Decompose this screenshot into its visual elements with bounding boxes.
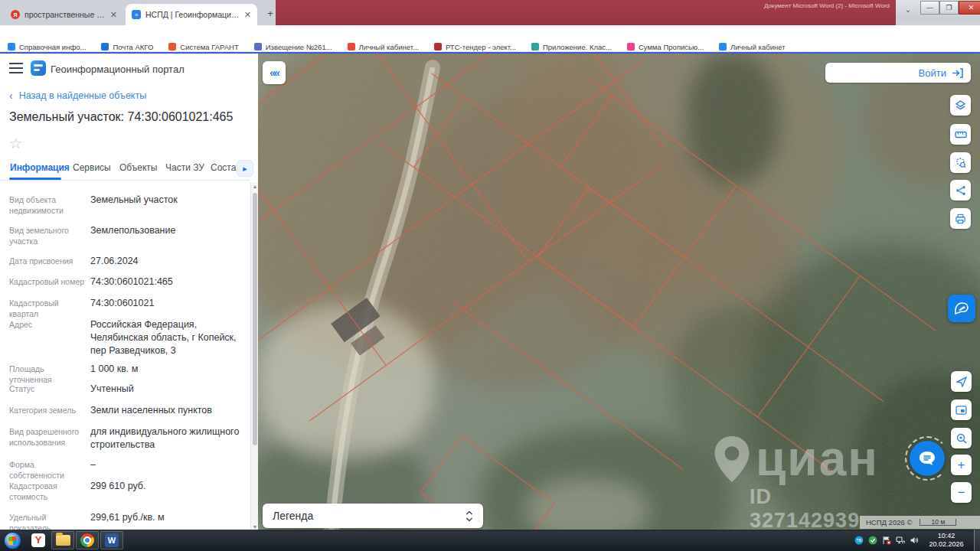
system-tray: TB 10:42 20.02.2026 [854,530,980,551]
nspd-portal: циан ID 327142939 «« Войти [0,52,980,530]
back-to-results-link[interactable]: ‹ Назад в найденные объекты [9,90,146,102]
field-label: Статус [9,383,87,394]
measure-button[interactable] [950,124,971,145]
sidebar-collapse-button[interactable]: «« [263,61,286,84]
field-value: для индивидуального жилищного строительс… [90,425,247,452]
tab-objects[interactable]: Объекты [119,162,158,173]
yandex-favicon: Я [11,10,20,19]
menu-hamburger-icon[interactable] [9,63,23,73]
bookmark-item[interactable]: Сумма Прописью... [627,43,704,51]
field-label: Кадастровая стоимость [9,481,87,502]
bookmark-item[interactable]: Извещение №261... [254,43,332,51]
tab-close-icon[interactable]: ✕ [244,10,251,20]
scrollbar-thumb[interactable] [253,193,257,445]
taskbar-yandex-browser[interactable]: Y [27,531,50,549]
field-value: Земельный участок [90,194,247,207]
field-label: Адрес [9,319,87,330]
tabs-scroll-right-button[interactable]: ▸ [237,160,253,177]
word-window-titlebar: Документ Microsoft Word (2) - Microsoft … [276,0,896,25]
windows-taskbar: Y W TB 10:42 20.02.2026 [0,530,980,551]
browser-tab-active[interactable]: ≡ НСПД | Геоинформационный п ✕ [126,4,257,25]
field-value: 299 610 руб. [90,480,247,493]
map-canvas[interactable]: циан ID 327142939 «« Войти [258,54,980,531]
sidebar-scrollbar[interactable]: ▲ ▼ [250,182,258,531]
close-button[interactable]: ✕ [959,1,980,15]
tab-parcel-parts[interactable]: Части ЗУ [165,162,204,173]
chat-button[interactable] [910,441,945,476]
bookmark-icon [348,43,355,51]
sidebar-tabs: Информация Сервисы Объекты Части ЗУ Сост… [0,162,258,181]
area-search-button[interactable] [950,152,971,173]
bookmark-item[interactable]: Личный кабинет... [348,43,419,51]
bookmark-icon [254,43,262,51]
taskbar-word[interactable]: W [100,531,123,549]
scale-bar: 10 м [920,519,956,526]
window-buttons: — ❐ ✕ [920,1,980,15]
yandex-browser-icon: Y [31,533,45,547]
field-value: 299,61 руб./кв. м [90,511,247,524]
word-window-title: Документ Microsoft Word (2) - Microsoft … [764,2,890,9]
show-desktop-button[interactable] [974,530,980,551]
zoom-in-button[interactable]: + [951,455,972,475]
new-tab-button[interactable]: + [263,7,277,21]
bookmark-item[interactable]: Справочная инфо... [8,43,86,51]
map-attribution: НСПД 2026 © 10 м [860,516,980,529]
field-value: 74:30:0601021:465 [90,276,247,289]
scroll-down-icon[interactable]: ▼ [252,524,258,530]
field-label: Категория земель [9,405,87,416]
start-button[interactable] [4,532,21,549]
tab-services[interactable]: Сервисы [73,162,111,173]
zoom-out-button[interactable]: − [951,482,972,503]
taskbar-explorer[interactable] [51,531,74,549]
tab-title: НСПД | Геоинформационный п [145,10,240,19]
bookmark-item[interactable]: Система ГАРАНТ [168,43,238,51]
bookmarks-bar: Справочная инфо... Почта АКГО Система ГА… [0,42,980,52]
bookmark-item[interactable]: Почта АКГО [101,43,153,51]
login-label: Войти [919,67,946,79]
print-button[interactable] [950,208,971,229]
share-map-button[interactable] [950,180,971,201]
tab-title: пространственные данные рос [24,10,106,19]
layers-button[interactable] [950,95,971,116]
tab-close-icon[interactable]: ✕ [110,10,117,20]
field-label: Площадь уточненная [9,364,87,385]
minimap-button[interactable] [951,399,972,420]
bookmark-item[interactable]: Личный кабинет [719,43,785,51]
action-center-flag-icon[interactable] [882,536,891,545]
browser-tab-inactive[interactable]: Я пространственные данные рос ✕ [5,4,123,25]
locate-button[interactable] [951,371,972,392]
antivirus-shield-icon[interactable] [868,536,877,545]
polygon-search-icon [955,157,966,168]
network-icon[interactable] [896,536,905,545]
restore-button[interactable]: ❐ [939,1,959,15]
favorite-star-icon[interactable]: ☆ [9,135,22,152]
draw-map-icon [954,302,969,315]
bookmark-icon [531,43,539,51]
minimize-button[interactable]: — [920,1,939,15]
field-label: Вид объекта недвижимости [9,194,87,216]
field-label: Вид разрешенного использования [9,426,87,448]
taskbar-chrome[interactable] [76,531,99,549]
draw-tool-button-active[interactable] [948,295,975,322]
windows-logo-icon [8,536,17,545]
legend-toggle[interactable]: Легенда [263,504,483,528]
tray-app-icon[interactable]: TB [854,536,864,545]
layers-icon [955,99,966,111]
bookmark-item[interactable]: РТС-тендер - элект... [434,43,516,51]
volume-icon[interactable] [910,536,919,545]
bookmark-item[interactable]: Приложение. Клас... [531,43,612,51]
taskbar-clock[interactable]: 10:42 20.02.2026 [926,532,966,549]
word-icon: W [105,533,119,547]
field-label: Кадастровый номер [9,276,87,287]
field-value: 74:30:0601021 [90,297,247,310]
field-value: 27.06.2024 [90,255,247,268]
scroll-up-icon[interactable]: ▲ [252,184,258,189]
tab-information[interactable]: Информация [10,162,70,173]
coord-search-button[interactable] [951,428,972,448]
minimap-icon [956,406,967,415]
folder-icon [56,535,70,546]
legend-label: Легенда [273,510,313,522]
tab-search-caret-icon[interactable]: ⌄ [902,4,914,16]
login-button[interactable]: Войти [825,63,971,83]
portal-logo[interactable] [31,60,46,76]
